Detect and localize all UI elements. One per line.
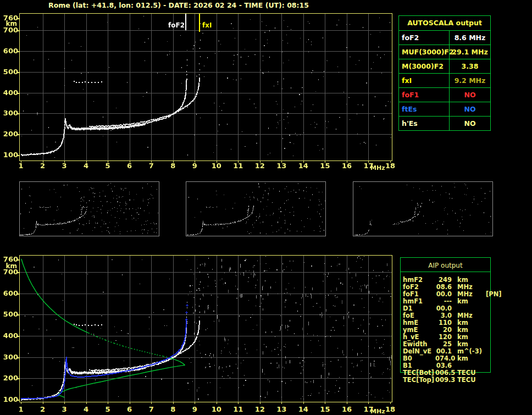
aip-row-note [483, 355, 486, 362]
x-tick-label: 1 [14, 406, 28, 413]
x-tick-label: 18 [383, 406, 397, 413]
aip-row-note [483, 369, 486, 377]
y-tick-label: 300 [0, 353, 18, 361]
aip-table-divider [400, 272, 491, 272]
aip-table-title: AIP output [400, 262, 491, 269]
aip-row-label: TEC[Top] [403, 377, 435, 384]
autoscala-row-label: h'Es [399, 117, 450, 130]
autoscala-row-fxI: fxI9.2 MHz [399, 74, 490, 88]
fxI-marker-label: fxI [202, 22, 212, 29]
top-x-axis-unit: MHz [370, 165, 385, 171]
x-tick-label: 14 [296, 406, 311, 413]
x-tick-label: 4 [79, 406, 93, 413]
aip-row-unit: km [452, 298, 483, 305]
autoscala-table-title: AUTOSCALA output [399, 16, 490, 31]
x-tick-label: 12 [253, 162, 267, 170]
x-tick-label: 15 [318, 162, 332, 170]
x-tick-label: 7 [144, 162, 158, 170]
x-tick-label: 11 [231, 162, 245, 170]
autoscala-row-label: MUF(3000)F2 [399, 45, 450, 59]
autoscala-row-value: 9.2 MHz [450, 74, 490, 87]
autoscala-row-h'Es: h'EsNO [399, 117, 490, 130]
x-tick-label: 6 [123, 406, 137, 413]
aip-row-value: 009.3 [435, 377, 452, 384]
y-tick-label: 100 [0, 151, 18, 159]
autoscala-row-value: NO [450, 102, 490, 116]
x-tick-label: 2 [36, 406, 50, 413]
aip-row-hmF1: hmF1---km [403, 298, 530, 305]
autoscala-row-MUF(3000)F2: MUF(3000)F229.1 MHz [399, 45, 490, 59]
aip-row-note [483, 276, 486, 284]
autoscala-row-ftEs: ftEsNO [399, 102, 490, 117]
thumbnail-canvas-2 [186, 182, 325, 236]
autoscala-row-foF2: foF28.6 MHz [399, 31, 490, 45]
x-tick-label: 8 [166, 406, 180, 413]
aip-row-note [483, 377, 486, 384]
x-tick-label: 10 [209, 406, 224, 413]
aip-row-note [483, 348, 486, 355]
y-tick-label: 200 [0, 130, 18, 138]
y-tick-label: 400 [0, 89, 18, 97]
x-tick-label: 13 [274, 406, 289, 413]
x-tick-label: 9 [187, 162, 202, 170]
x-tick-label: 3 [57, 406, 71, 413]
aip-row-note [483, 319, 486, 327]
autoscala-row-value: 8.6 MHz [450, 31, 490, 45]
x-tick-label: 16 [340, 162, 354, 170]
y-tick-label: 600 [0, 47, 18, 55]
y-tick-label: 500 [0, 68, 18, 76]
aip-row-note [483, 312, 486, 319]
autoscala-row-value: NO [450, 117, 490, 130]
autoscala-output-table: AUTOSCALA output foF28.6 MHzMUF(3000)F22… [398, 15, 491, 131]
x-tick-label: 15 [318, 406, 332, 413]
y-tick-label: 200 [0, 374, 18, 382]
autoscala-row-label: M(3000)F2 [399, 59, 450, 73]
thumbnail-2 [186, 181, 326, 236]
y-tick-label: 500 [0, 311, 18, 318]
x-tick-label: 9 [187, 406, 202, 413]
x-tick-label: 8 [166, 162, 180, 170]
x-tick-label: 7 [144, 406, 158, 413]
x-tick-label: 5 [101, 406, 115, 413]
aip-row-note [483, 305, 486, 312]
y-tick-label: 100 [0, 396, 18, 403]
autoscala-row-value: 29.1 MHz [450, 45, 490, 59]
autoscala-screen: Rome (lat: +41.8, lon: 012.5) - DATE: 20… [0, 0, 532, 415]
aip-row-note [483, 334, 486, 341]
top-y-axis-unit: km [0, 20, 17, 27]
aip-row-note [483, 362, 486, 369]
thumbnail-canvas-1 [20, 182, 159, 236]
y-tick-label: 600 [0, 290, 18, 297]
x-tick-label: 12 [253, 406, 267, 413]
thumbnail-3 [353, 181, 493, 236]
aip-row-note [483, 298, 486, 305]
aip-row-unit: km [452, 355, 483, 362]
bottom-ionogram-canvas [16, 255, 395, 405]
thumbnail-1 [19, 181, 159, 236]
autoscala-row-value: 3.38 [450, 59, 490, 73]
x-tick-label: 2 [36, 162, 50, 170]
y-tick-label: 700 [0, 26, 18, 34]
x-tick-label: 4 [79, 162, 93, 170]
bottom-y-axis-unit: km [0, 263, 17, 269]
x-tick-label: 6 [123, 162, 137, 170]
x-tick-label: 14 [296, 162, 311, 170]
aip-row-TEC[Top]: TEC[Top]009.3TECU [403, 377, 530, 384]
autoscala-row-label: ftEs [399, 102, 450, 116]
autoscala-row-label: fxI [399, 74, 450, 87]
thumbnail-canvas-3 [353, 182, 492, 236]
aip-row-B0: B0074.0km [403, 355, 530, 362]
top-ionogram-canvas [16, 13, 395, 164]
autoscala-table-rows: foF28.6 MHzMUF(3000)F229.1 MHzM(3000)F23… [399, 31, 490, 130]
x-tick-label: 1 [14, 162, 28, 170]
station-date-time-title: Rome (lat: +41.8, lon: 012.5) - DATE: 20… [48, 1, 309, 9]
x-tick-label: 18 [383, 162, 397, 170]
aip-row-unit: TECU [452, 377, 483, 384]
x-tick-label: 10 [209, 162, 224, 170]
autoscala-row-label: foF1 [399, 88, 450, 102]
autoscala-row-value: NO [450, 88, 490, 102]
autoscala-row-M(3000)F2: M(3000)F23.38 [399, 59, 490, 74]
x-tick-label: 11 [231, 406, 245, 413]
bottom-x-axis-unit: MHz [370, 408, 385, 414]
x-tick-label: 5 [101, 162, 115, 170]
